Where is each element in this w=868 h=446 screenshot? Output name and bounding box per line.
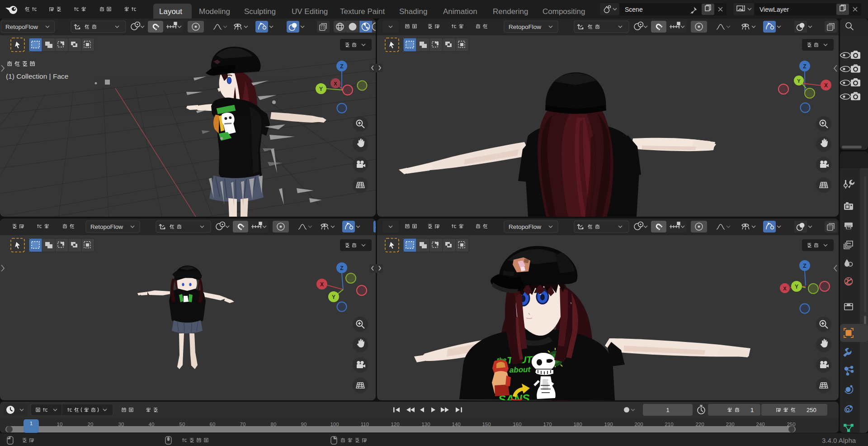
svg-text:1: 1 xyxy=(30,421,33,426)
svg-text:Animation: Animation xyxy=(443,7,477,16)
svg-text:Compositing: Compositing xyxy=(542,7,585,16)
svg-text:Z: Z xyxy=(803,263,806,269)
svg-text:250: 250 xyxy=(807,407,816,413)
svg-text:Sculpting: Sculpting xyxy=(244,7,276,16)
svg-text:Y: Y xyxy=(332,294,335,300)
svg-text:Z: Z xyxy=(803,63,806,70)
svg-text:UV Editing: UV Editing xyxy=(292,7,328,16)
svg-text:1: 1 xyxy=(750,407,754,413)
svg-text:Y: Y xyxy=(319,86,323,92)
svg-text:Modeling: Modeling xyxy=(199,7,230,16)
svg-text:Scene: Scene xyxy=(625,6,643,13)
svg-text:X: X xyxy=(320,281,324,288)
svg-text:ViewLayer: ViewLayer xyxy=(760,6,789,13)
svg-text:about: about xyxy=(509,365,531,375)
svg-text:Rendering: Rendering xyxy=(493,7,528,16)
svg-text:Z: Z xyxy=(340,265,343,271)
svg-text:Layout: Layout xyxy=(159,7,182,16)
svg-text:1: 1 xyxy=(666,407,669,413)
svg-text:(1) Collection | Face: (1) Collection | Face xyxy=(6,72,68,80)
svg-text:X: X xyxy=(334,81,337,86)
svg-text:X: X xyxy=(824,82,828,89)
svg-text:Y: Y xyxy=(795,284,798,290)
svg-text:Texture Paint: Texture Paint xyxy=(340,7,385,16)
svg-text:Y: Y xyxy=(797,78,801,84)
svg-text:X: X xyxy=(783,286,787,291)
svg-text:Shading: Shading xyxy=(399,7,427,16)
svg-text:3.4.0 Alpha: 3.4.0 Alpha xyxy=(822,437,856,444)
svg-text:Z: Z xyxy=(340,63,343,70)
